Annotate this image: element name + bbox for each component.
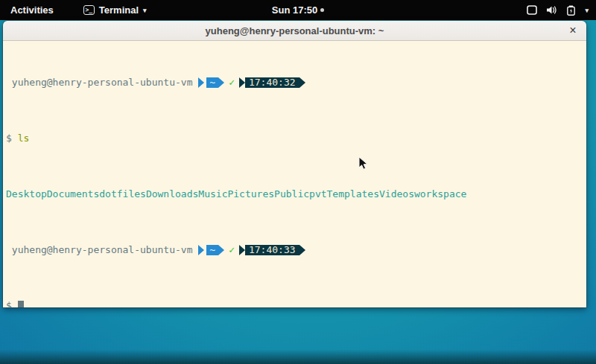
status-check-icon: ✓: [229, 244, 235, 255]
ls-item: Music: [198, 188, 227, 199]
status-check-icon: ✓: [229, 77, 235, 88]
ls-item: Public: [274, 188, 309, 199]
chevron-down-icon: ▾: [585, 7, 589, 14]
powerline-arrow-icon: [239, 245, 245, 255]
powerline-arrow-icon: [299, 245, 305, 255]
powerline-arrow-icon: [218, 245, 224, 255]
app-menu-label: Terminal: [99, 4, 139, 16]
prompt-user-host: yuheng@henry-personal-ubuntu-vm: [6, 244, 198, 255]
terminal-content[interactable]: yuheng@henry-personal-ubuntu-vm ~✓17:40:…: [3, 41, 586, 307]
ls-item: Pictures: [227, 188, 274, 199]
prompt-line-2: yuheng@henry-personal-ubuntu-vm ~✓17:40:…: [6, 244, 586, 255]
app-menu-terminal[interactable]: >_ Terminal ▾: [83, 4, 147, 16]
prompt-path-segment: ~: [206, 77, 218, 88]
ls-item: dotfiles: [99, 188, 146, 199]
ls-item: workspace: [414, 188, 466, 199]
prompt-time-segment: 17:40:32: [245, 77, 299, 88]
ls-item: pvt: [309, 188, 326, 199]
ls-item: Templates: [327, 188, 379, 199]
powerline-arrow-icon: [299, 77, 305, 88]
prompt-symbol: $: [6, 300, 12, 307]
terminal-window: yuheng@henry-personal-ubuntu-vm: ~ × yuh…: [3, 21, 586, 307]
ls-output-line: Desktop Documents dotfiles Downloads Mus…: [6, 188, 586, 199]
battery-charging-icon: [566, 5, 576, 16]
command-line: $ ls: [6, 132, 586, 144]
typed-command: ls: [18, 132, 30, 144]
volume-icon: [546, 5, 557, 15]
notification-dot-icon: [320, 8, 324, 12]
powerline-arrow-icon: [239, 77, 245, 88]
activities-button[interactable]: Activities: [10, 4, 54, 16]
prompt-time-segment: 17:40:33: [245, 245, 299, 255]
clock[interactable]: Sun 17:50: [272, 4, 317, 16]
text-cursor: [18, 301, 24, 307]
close-icon[interactable]: ×: [565, 23, 580, 38]
top-bar: Activities >_ Terminal ▾ Sun 17:50 ▾: [0, 0, 596, 20]
prompt-user-host: yuheng@henry-personal-ubuntu-vm: [6, 77, 198, 88]
ls-item: Documents: [47, 188, 99, 199]
powerline-arrow-icon: [198, 77, 204, 88]
ls-item: Videos: [379, 188, 414, 199]
terminal-icon: >_: [83, 5, 95, 15]
powerline-arrow-icon: [198, 245, 204, 255]
prompt-symbol: $: [6, 132, 12, 144]
prompt-line-1: yuheng@henry-personal-ubuntu-vm ~✓17:40:…: [6, 77, 586, 88]
system-status-area[interactable]: ▾: [527, 0, 589, 20]
chevron-down-icon: ▾: [143, 7, 147, 14]
prompt-path-segment: ~: [206, 245, 218, 255]
window-title: yuheng@henry-personal-ubuntu-vm: ~: [206, 25, 384, 36]
powerline-arrow-icon: [218, 77, 224, 88]
ls-item: Desktop: [6, 188, 47, 199]
ls-item: Downloads: [146, 188, 198, 199]
input-line[interactable]: $: [6, 300, 586, 307]
window-titlebar[interactable]: yuheng@henry-personal-ubuntu-vm: ~ ×: [3, 21, 586, 41]
screen-icon: [527, 5, 537, 15]
